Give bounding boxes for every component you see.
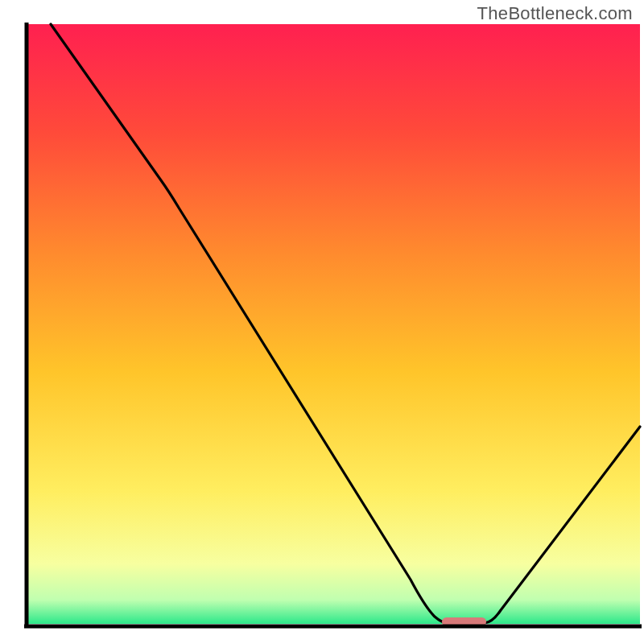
chart-svg: [0, 0, 644, 644]
bottleneck-chart: TheBottleneck.com: [0, 0, 644, 644]
watermark-text: TheBottleneck.com: [477, 3, 633, 24]
plot-area: [24, 23, 642, 626]
gradient-background: [27, 24, 640, 624]
